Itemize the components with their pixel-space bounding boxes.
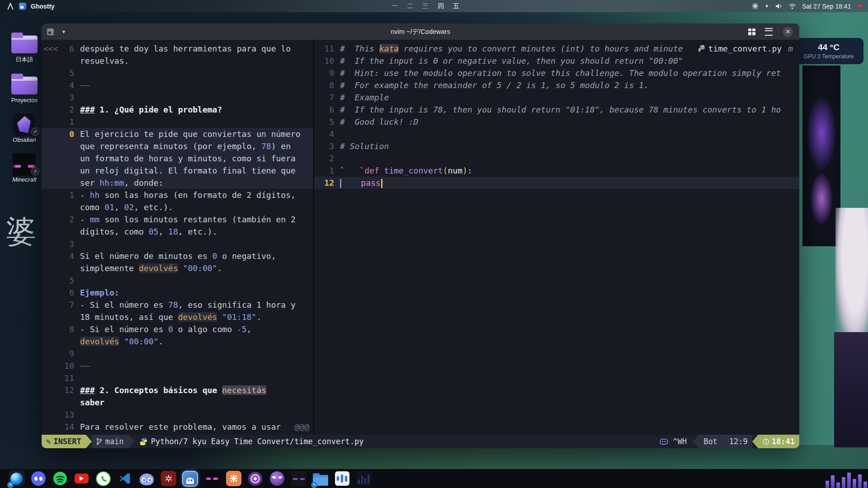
- menubar-app-name[interactable]: Ghostty: [31, 3, 55, 10]
- dock-item-tor-browser[interactable]: [247, 470, 264, 487]
- pencil-icon: ✎: [46, 437, 51, 446]
- markdown-notes-pane[interactable]: <<<6después te doy las herramientas para…: [42, 40, 313, 435]
- cursor-position: 12:9: [729, 437, 748, 446]
- editor-line: 9# Hint: use the modulo operation to sol…: [314, 67, 799, 79]
- editor-line: 3# Solution: [314, 140, 799, 152]
- nvim-editor: <<<6después te doy las herramientas para…: [42, 40, 799, 435]
- file-path-segment: Python/7 kyu Easy Time Convert/time_conv…: [134, 437, 364, 446]
- powerline-separator: [128, 435, 134, 448]
- editor-line: 2: [314, 152, 799, 164]
- dock-item-audio-visualizer[interactable]: [355, 470, 372, 487]
- dock-badge: +: [7, 482, 14, 488]
- editor-line: 13: [42, 408, 313, 421]
- copilot-icon: [660, 438, 668, 446]
- shortcut-arrow-icon: ↗: [31, 127, 39, 136]
- volume-icon[interactable]: [775, 3, 783, 9]
- dock-item-star-orange[interactable]: [225, 470, 242, 487]
- winbar-filename: time_convert.py: [708, 43, 782, 54]
- chevron-down-icon[interactable]: ▼: [764, 4, 769, 9]
- gpu-temp-label: GPU 2 Temperature: [804, 53, 854, 60]
- minecraft-icon: ↗: [11, 153, 38, 174]
- dock-item-ghostty[interactable]: [182, 470, 198, 487]
- tab-dropdown-icon[interactable]: ▼: [61, 29, 66, 34]
- dock-item-gastly[interactable]: [269, 470, 285, 487]
- editor-line: 5: [42, 67, 313, 79]
- wallpaper-bottom-strip: [0, 445, 868, 472]
- editor-line: 2### 1. ¿Qué pide el problema?: [42, 103, 313, 116]
- dock-item-whatsapp[interactable]: [95, 470, 112, 487]
- editor-line: 7- Si el número es 78, eso significa 1 h…: [42, 299, 313, 311]
- menubar-clock[interactable]: Sat 27 Sep 18:41: [802, 3, 851, 10]
- desktop-icon-Minecraft[interactable]: ↗Minecraft: [3, 153, 46, 183]
- statusline: ✎ INSERT main Python/: [42, 435, 799, 448]
- wifi-icon[interactable]: [788, 3, 796, 9]
- shortcut-arrow-icon: ↗: [31, 167, 39, 176]
- dock: ++: [0, 469, 868, 488]
- file-path: Python/7 kyu Easy Time Convert/time_conv…: [151, 437, 364, 446]
- editor-line: 2- mm son los minutos restantes (también…: [42, 213, 313, 225]
- desktop-icon-Obsidian[interactable]: ↗Obsidian: [3, 113, 46, 143]
- position-segment: Bot 12:9: [699, 435, 752, 448]
- editor-line: 3: [42, 91, 313, 103]
- workspace-indicator[interactable]: 四: [438, 2, 444, 10]
- wallpaper-dark-corner: [834, 332, 868, 447]
- desktop-screen: 婆 日本語Proyectos↗Obsidian↗Minecraft 44 °C …: [0, 0, 868, 488]
- dock-item-vscode[interactable]: [117, 470, 133, 487]
- terminal-tab-icon[interactable]: [47, 28, 54, 35]
- time-segment: 18:41: [758, 435, 799, 448]
- editor-line: 7# Example: [314, 91, 799, 103]
- wallpaper-kanji-glyph: 婆: [1, 211, 42, 252]
- editor-line: 1` `def time_convert(num):: [314, 164, 799, 177]
- titlebar-divider: [57, 28, 58, 36]
- folder-icon: [11, 33, 38, 53]
- powerline-separator: [693, 435, 699, 448]
- desktop-icon-日本語[interactable]: 日本語: [3, 33, 46, 64]
- snowflake-icon[interactable]: [752, 3, 759, 9]
- dock-item-splatoon-squid[interactable]: [138, 470, 155, 487]
- workspace-indicator[interactable]: 一: [392, 2, 398, 10]
- wallpaper-purple-glow: [807, 97, 836, 169]
- editor-line: 11: [42, 372, 313, 384]
- menu-icon[interactable]: [765, 28, 773, 36]
- editor-line: 6# If the input is 78, then you should r…: [314, 103, 799, 116]
- workspace-indicator[interactable]: 五: [453, 2, 459, 10]
- git-branch-segment[interactable]: main: [92, 435, 128, 448]
- wallpaper-figure: [835, 208, 868, 343]
- editor-line: 0El ejercicio te pide que conviertas un …: [42, 128, 313, 140]
- editor-line: 8- Si el número es 0 o algo como -5,: [42, 323, 313, 335]
- workspace-indicator[interactable]: 二: [407, 2, 413, 10]
- editor-line: un reloj digital. El formato final tiene…: [42, 164, 313, 177]
- clock-icon: [763, 438, 769, 445]
- heart-icon: ❤: [857, 2, 863, 10]
- editor-line: simplemente devolvés "00:00".: [42, 262, 313, 274]
- dock-item-volume-mixer[interactable]: [334, 470, 350, 487]
- folder-icon: [11, 74, 38, 94]
- editor-line: 18 minutos, así que devolvés "01:18".: [42, 311, 313, 323]
- dock-item-discord[interactable]: [30, 470, 47, 487]
- indent-guide: [340, 179, 346, 188]
- gpu-temperature-widget: 44 °C GPU 2 Temperature: [794, 38, 863, 64]
- python-icon: [140, 438, 147, 446]
- winbar-suffix: m: [788, 43, 793, 54]
- editor-line: 12 pass: [314, 177, 799, 189]
- ghostty-menubar-icon[interactable]: [19, 3, 26, 10]
- desktop-icon-Proyectos[interactable]: Proyectos: [3, 74, 46, 103]
- dock-item-firefox[interactable]: +: [8, 470, 25, 487]
- window-titlebar[interactable]: ▼ nvim ~/デ/Codewars ✕: [42, 23, 799, 40]
- dock-item-music-red[interactable]: [160, 470, 177, 487]
- split-grid-icon[interactable]: [748, 28, 755, 35]
- dock-item-enderman-dark[interactable]: [290, 470, 307, 487]
- dock-item-minecraft-enderman[interactable]: [203, 470, 220, 487]
- obsidian-icon: ↗: [11, 113, 38, 134]
- dock-item-spotify[interactable]: [52, 470, 68, 487]
- statusline-clock: 18:41: [772, 437, 795, 446]
- dock-item-youtube[interactable]: [73, 470, 90, 487]
- close-icon[interactable]: ✕: [783, 27, 793, 37]
- editor-line: como 01, 02, etc.).: [42, 201, 313, 213]
- dock-item-file-manager[interactable]: +: [312, 470, 329, 487]
- python-code-pane[interactable]: 11# This kata requires you to convert mi…: [314, 40, 799, 435]
- workspace-indicators[interactable]: 一二三四五: [392, 0, 459, 12]
- editor-line: 9: [42, 347, 313, 360]
- workspace-indicator[interactable]: 三: [422, 2, 429, 10]
- editor-line: que representa minutos (por ejemplo, 78)…: [42, 140, 313, 152]
